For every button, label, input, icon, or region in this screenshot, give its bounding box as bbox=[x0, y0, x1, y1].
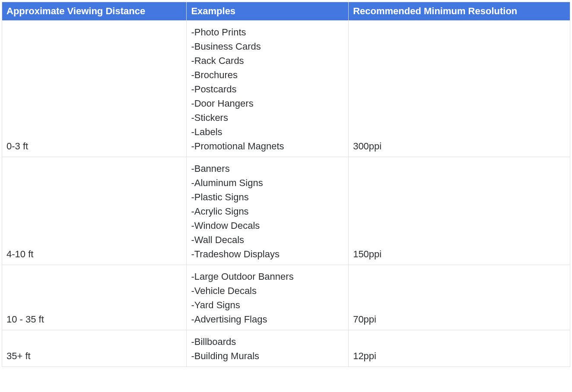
cell-examples: -Large Outdoor Banners -Vehicle Decals -… bbox=[187, 265, 349, 330]
table-header-row: Approximate Viewing Distance Examples Re… bbox=[2, 2, 570, 21]
resolution-table: Approximate Viewing Distance Examples Re… bbox=[2, 2, 570, 367]
cell-distance: 35+ ft bbox=[2, 330, 187, 367]
cell-distance: 4-10 ft bbox=[2, 157, 187, 265]
table-row: 4-10 ft -Banners -Aluminum Signs -Plasti… bbox=[2, 157, 570, 265]
cell-resolution: 12ppi bbox=[349, 330, 570, 367]
header-viewing-distance: Approximate Viewing Distance bbox=[2, 2, 187, 21]
cell-examples: -Billboards -Building Murals bbox=[187, 330, 349, 367]
cell-resolution: 70ppi bbox=[349, 265, 570, 330]
cell-examples: -Banners -Aluminum Signs -Plastic Signs … bbox=[187, 157, 349, 265]
cell-examples: -Photo Prints -Business Cards -Rack Card… bbox=[187, 21, 349, 157]
cell-resolution: 150ppi bbox=[349, 157, 570, 265]
cell-distance: 10 - 35 ft bbox=[2, 265, 187, 330]
table-row: 0-3 ft -Photo Prints -Business Cards -Ra… bbox=[2, 21, 570, 157]
table-row: 10 - 35 ft -Large Outdoor Banners -Vehic… bbox=[2, 265, 570, 330]
header-examples: Examples bbox=[187, 2, 349, 21]
header-resolution: Recommended Minimum Resolution bbox=[349, 2, 570, 21]
cell-resolution: 300ppi bbox=[349, 21, 570, 157]
table-row: 35+ ft -Billboards -Building Murals 12pp… bbox=[2, 330, 570, 367]
cell-distance: 0-3 ft bbox=[2, 21, 187, 157]
